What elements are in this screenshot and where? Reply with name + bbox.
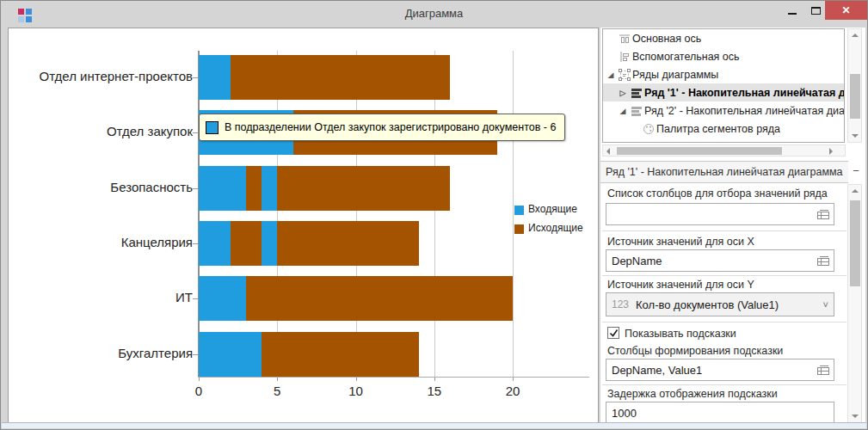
scroll-right-icon[interactable] bbox=[829, 148, 833, 155]
properties-vertical-scrollbar[interactable] bbox=[847, 184, 862, 423]
table-picker-icon[interactable] bbox=[816, 255, 831, 267]
tree-item[interactable]: Вспомогательная ось bbox=[603, 47, 844, 65]
series-dark-icon bbox=[629, 87, 644, 99]
tree-scrollbar-thumb[interactable] bbox=[850, 74, 860, 119]
series-tree: Основная осьВспомогательная ось◢Ряды диа… bbox=[602, 28, 845, 143]
number-type-badge: 123 bbox=[612, 298, 629, 310]
maximize-icon bbox=[811, 7, 821, 15]
y-source-value: Кол-во документов (Value1) bbox=[636, 298, 779, 311]
table-picker-icon[interactable] bbox=[816, 364, 831, 376]
tree-horizontal-scrollbar[interactable] bbox=[602, 144, 846, 157]
tree-item-label: Палитра сегментов ряда bbox=[656, 123, 780, 135]
y-source-select[interactable]: 123 Кол-во документов (Value1) ˅ bbox=[606, 292, 834, 316]
tooltip-columns-input[interactable] bbox=[606, 359, 834, 381]
series-gray-icon bbox=[629, 105, 644, 117]
close-icon: ✕ bbox=[841, 4, 850, 16]
scroll-down-icon[interactable] bbox=[852, 415, 859, 418]
tree-item-label: Основная ось bbox=[632, 33, 701, 45]
scroll-down-icon[interactable] bbox=[852, 134, 859, 138]
tree-item-label: Ряды диаграммы bbox=[632, 69, 718, 81]
group-separator bbox=[602, 322, 846, 322]
expander-collapsed-icon[interactable]: ▷ bbox=[617, 89, 629, 97]
title-bar: Диаграмма ✕ bbox=[1, 1, 867, 27]
chart-panel bbox=[8, 28, 599, 423]
field-label: Список столбцов для отбора значений ряда bbox=[607, 187, 828, 200]
group-separator bbox=[602, 230, 846, 231]
tree-item-label: Ряд '2' - Накопительная линейчатая диагр… bbox=[644, 105, 844, 117]
expander-expanded-icon[interactable]: ◢ bbox=[617, 107, 629, 115]
columns-filter-input[interactable] bbox=[606, 203, 834, 225]
chevron-down-icon: ˅ bbox=[823, 299, 828, 310]
x-source-input[interactable] bbox=[606, 249, 834, 272]
minimize-icon bbox=[788, 13, 797, 15]
field-label: Источник значений для оси X bbox=[607, 236, 754, 248]
axis-primary-icon bbox=[617, 33, 632, 45]
checkmark-icon bbox=[609, 329, 619, 338]
maximize-button[interactable] bbox=[804, 1, 828, 20]
group-separator bbox=[602, 275, 846, 276]
properties-scrollbar-thumb[interactable] bbox=[850, 200, 860, 286]
collapse-section-button[interactable]: − bbox=[850, 165, 862, 177]
minimize-button[interactable] bbox=[779, 1, 804, 20]
tree-item[interactable]: Основная ось bbox=[603, 29, 844, 47]
scroll-left-icon[interactable] bbox=[606, 148, 610, 155]
window-bottom-edge bbox=[2, 422, 866, 428]
show-tooltips-checkbox[interactable] bbox=[607, 327, 619, 339]
tree-hscrollbar-thumb[interactable] bbox=[617, 147, 782, 155]
field-label: Столбцы формирования подсказки bbox=[607, 345, 783, 357]
tree-item-label: Ряд '1' - Накопительная линейчатая диагр… bbox=[644, 87, 844, 99]
expander-expanded-icon[interactable]: ◢ bbox=[605, 71, 617, 79]
series-group-icon bbox=[617, 69, 632, 81]
properties-header: Ряд '1' - Накопительная линейчатая диагр… bbox=[600, 161, 848, 183]
scroll-up-icon[interactable] bbox=[852, 34, 859, 37]
tree-item[interactable]: Палитра сегментов ряда bbox=[603, 120, 844, 138]
tooltip-text: В подразделении Отдел закупок зарегистри… bbox=[225, 121, 556, 133]
application-window: Диаграмма ✕ 05101520Отдел интернет-проек… bbox=[0, 0, 868, 430]
tree-item[interactable]: ▷Ряд '1' - Накопительная линейчатая диаг… bbox=[603, 83, 844, 101]
tooltip-series-swatch bbox=[206, 121, 219, 134]
window-title: Диаграмма bbox=[1, 1, 867, 27]
tree-item-label: Вспомогательная ось bbox=[632, 51, 740, 63]
group-separator bbox=[602, 384, 846, 385]
settings-panel: Основная осьВспомогательная ось◢Ряды диа… bbox=[600, 28, 865, 423]
tree-item[interactable]: ◢Ряд '2' - Накопительная линейчатая диаг… bbox=[603, 101, 844, 120]
tree-vertical-scrollbar[interactable] bbox=[847, 28, 862, 143]
checkbox-label: Показывать подсказки bbox=[625, 328, 736, 340]
field-label: Задержка отображения подсказки bbox=[607, 388, 778, 400]
scroll-up-icon[interactable] bbox=[852, 189, 859, 193]
field-label: Источник значений для оси Y bbox=[607, 279, 754, 291]
axis-secondary-icon bbox=[617, 51, 632, 63]
chart-tooltip: В подразделении Отдел закупок зарегистри… bbox=[199, 114, 565, 141]
tooltip-delay-input[interactable] bbox=[606, 402, 834, 424]
close-button[interactable]: ✕ bbox=[825, 1, 867, 20]
palette-icon bbox=[641, 123, 656, 135]
table-picker-icon[interactable] bbox=[816, 208, 831, 220]
tree-item[interactable]: ◢Ряды диаграммы bbox=[603, 65, 844, 83]
